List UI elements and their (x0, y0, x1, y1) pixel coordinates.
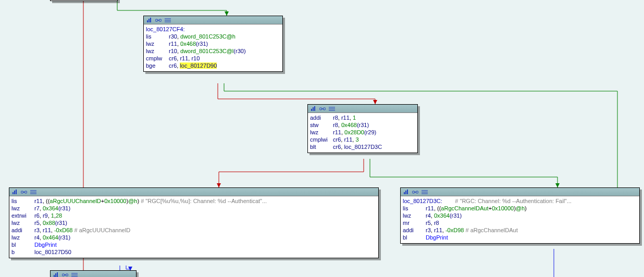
asm-line[interactable]: lwzr4, 0x464(r31) (11, 234, 376, 241)
asm-line[interactable]: addir8, r11, 1 (310, 114, 415, 121)
mnemonic: blt (310, 143, 333, 150)
svg-marker-0 (225, 11, 229, 16)
node-body[interactable]: loc_80127D3C: # "RGC: Channel: %d --Auth… (401, 196, 639, 243)
svg-rect-42 (55, 273, 56, 277)
svg-rect-43 (57, 272, 58, 277)
link-icon (319, 107, 326, 111)
mnemonic: bge (146, 62, 169, 69)
bar-chart-icon (311, 106, 316, 111)
operands: DbgPrint (426, 234, 448, 241)
operands: loc_80127D50 (34, 248, 71, 256)
mnemonic: lwz (11, 205, 34, 212)
node-partial-top[interactable] (50, 0, 118, 1)
node-partial-bottom[interactable] (50, 270, 137, 277)
mnemonic: lwz (146, 40, 169, 47)
svg-rect-24 (14, 191, 15, 194)
operands: r10, dword_801C253C@l(r30) (169, 47, 246, 55)
mnemonic: cmplw (146, 55, 169, 62)
node-body[interactable]: addir8, r11, 1stwr8, 0x468(r31)lwzr11, 0… (308, 113, 417, 153)
svg-rect-25 (16, 190, 17, 194)
node-titlebar (401, 188, 639, 196)
bar-chart-icon (54, 272, 59, 278)
asm-line[interactable]: lisr30, dword_801C253C@h (146, 33, 280, 40)
asm-line[interactable]: cmplwcr6, r11, r10 (146, 55, 280, 62)
asm-line[interactable]: bgecr6, loc_80127D90 (146, 62, 280, 69)
list-icon (422, 190, 428, 194)
asm-line[interactable]: extrwir6, r9, 1,28 (11, 212, 376, 219)
svg-marker-3 (555, 183, 560, 187)
asm-line[interactable]: cmplwicr6, r11, 3 (310, 136, 415, 143)
asm-line[interactable]: stwr8, 0x468(r31) (310, 121, 415, 129)
operands: r8, r11, 1 (333, 114, 356, 121)
asm-line[interactable]: lwzr5, 0x88(r31) (11, 219, 376, 226)
bar-chart-icon (147, 18, 152, 23)
operands: r11, ((aRgcUUUChannelD+0x10000)@h) # "RG… (34, 197, 267, 205)
operands: r11, 0x468(r31) (169, 40, 208, 47)
svg-rect-23 (13, 192, 14, 194)
svg-rect-16 (314, 106, 315, 111)
operands: r11, 0x28D0(r29) (333, 129, 376, 136)
operands: r6, r9, 1,28 (34, 212, 62, 219)
operands: r7, 0x364(r31) (34, 205, 70, 212)
list-icon (165, 18, 171, 22)
svg-rect-5 (147, 20, 148, 22)
node-body[interactable]: loc_80127CF4:lisr30, dword_801C253C@hlwz… (144, 24, 282, 71)
mnemonic: lwz (146, 47, 169, 55)
svg-marker-2 (217, 183, 221, 187)
asm-line[interactable]: lwzr11, 0x28D0(r29) (310, 129, 415, 136)
mnemonic: lwz (11, 234, 34, 241)
mnemonic: b (11, 248, 34, 256)
asm-line[interactable]: lwzr4, 0x364(r31) (403, 212, 637, 219)
operands: cr6, r11, 3 (333, 136, 359, 143)
bar-chart-icon (404, 190, 409, 195)
asm-line[interactable]: blDbgPrint (11, 241, 376, 248)
operands: DbgPrint (34, 241, 57, 248)
mnemonic: stw (310, 121, 333, 129)
link-icon (62, 273, 68, 277)
mnemonic: bl (403, 234, 426, 241)
svg-rect-14 (311, 109, 312, 111)
mnemonic: addi (403, 226, 426, 234)
asm-line[interactable]: addir3, r11, -0xD68 # aRgcUUUChannelD (11, 226, 376, 234)
asm-line[interactable]: bltcr6, loc_80127D3C (310, 143, 415, 150)
asm-line[interactable]: lwzr10, dword_801C253C@l(r30) (146, 47, 280, 55)
asm-line[interactable]: mrr5, r8 (403, 219, 637, 226)
link-icon (21, 190, 27, 194)
asm-line[interactable]: lisr11, ((aRgcUUUChannelD+0x10000)@h) # … (11, 197, 376, 205)
node-titlebar (308, 105, 417, 113)
asm-line[interactable]: lwzr7, 0x364(r31) (11, 205, 376, 212)
mnemonic: cmplwi (310, 136, 333, 143)
mnemonic: addi (11, 226, 34, 234)
asm-line[interactable]: addir3, r11, -0xD98 # aRgcChannelDAut (403, 226, 637, 234)
svg-rect-7 (150, 18, 151, 22)
node-body[interactable]: lisr11, ((aRgcUUUChannelD+0x10000)@h) # … (9, 196, 378, 258)
list-icon (71, 273, 78, 277)
svg-rect-32 (404, 192, 405, 194)
asm-line[interactable]: lwzr11, 0x468(r31) (146, 40, 280, 47)
operands: r5, 0x88(r31) (34, 219, 67, 226)
asm-line[interactable]: lisr11, ((aRgcChannelDAut+0x10000)@h) (403, 205, 637, 212)
node-loc_80127CF4[interactable]: loc_80127CF4:lisr30, dword_801C253C@hlwz… (143, 16, 283, 72)
node-block-2[interactable]: addir8, r11, 1stwr8, 0x468(r31)lwzr11, 0… (307, 104, 418, 153)
mnemonic: lwz (310, 129, 333, 136)
block-label: loc_80127D3C: (403, 198, 442, 204)
operands: r30, dword_801C253C@h (169, 33, 236, 40)
list-icon (30, 190, 36, 194)
operands: r4, 0x464(r31) (34, 234, 70, 241)
svg-rect-33 (405, 191, 406, 194)
mnemonic: mr (403, 219, 426, 226)
node-titlebar (144, 16, 282, 24)
asm-line[interactable]: bloc_80127D50 (11, 248, 376, 256)
operands: r8, 0x468(r31) (333, 121, 369, 129)
bar-chart-icon (13, 190, 18, 195)
asm-line[interactable]: blDbgPrint (403, 234, 637, 241)
svg-marker-1 (373, 100, 377, 104)
mnemonic: lis (146, 33, 169, 40)
operands: r5, r8 (426, 219, 439, 226)
mnemonic: bl (11, 241, 34, 248)
node-loc_80127D3C[interactable]: loc_80127D3C: # "RGC: Channel: %d --Auth… (400, 187, 640, 244)
operands: cr6, r11, r10 (169, 55, 200, 62)
node-block-3[interactable]: lisr11, ((aRgcUUUChannelD+0x10000)@h) # … (9, 187, 379, 258)
mnemonic: extrwi (11, 212, 34, 219)
mnemonic: lis (403, 205, 426, 212)
